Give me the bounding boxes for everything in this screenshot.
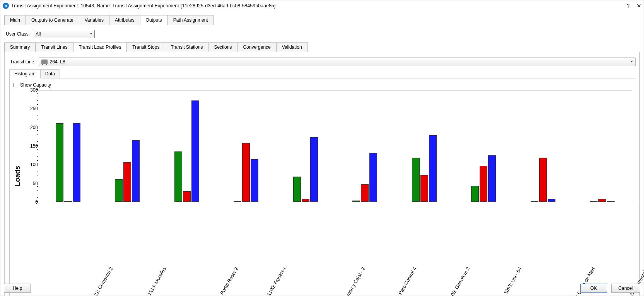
bar-alighting [598, 199, 606, 202]
y-tick-label: 200 [22, 125, 38, 130]
bar-group [115, 140, 140, 202]
bar-alighting [242, 143, 250, 202]
bar-loads [310, 137, 318, 202]
user-class-value: All [36, 31, 41, 37]
bus-icon [41, 60, 48, 64]
y-tick-label: 250 [22, 106, 38, 111]
bar-group [471, 155, 496, 202]
show-capacity-checkbox[interactable] [14, 83, 18, 87]
y-tick-label: 0 [22, 199, 38, 205]
y-tick-label: 50 [22, 181, 38, 186]
bar-loads [369, 153, 377, 202]
bar-group [174, 100, 199, 202]
bar-loads [251, 159, 258, 202]
top-tabs: MainOutputs to GenerateVariablesAttribut… [4, 15, 640, 25]
window-title: Transit Assignment Experiment: 10543, Na… [11, 3, 627, 9]
user-class-select[interactable]: All [33, 30, 95, 38]
bar-boarding [174, 151, 182, 202]
close-icon[interactable]: ✕ [637, 3, 641, 9]
footer: Help OK Cancel [4, 284, 640, 293]
y-axis: 050100150200250300 [22, 90, 38, 202]
tab-main[interactable]: Main [4, 15, 26, 25]
window-buttons: ? ✕ [627, 3, 641, 9]
bar-boarding [471, 186, 479, 202]
titlebar: n Transit Assignment Experiment: 10543, … [0, 0, 644, 11]
transit-line-label: Transit Line: [10, 59, 36, 65]
bar-alighting [361, 184, 369, 202]
cancel-button[interactable]: Cancel [611, 284, 640, 293]
y-tick-label: 150 [22, 143, 38, 149]
output-subtabs: SummaryTransit LinesTransit Load Profile… [4, 42, 640, 52]
show-capacity-label: Show Capacity [20, 82, 51, 88]
charttab-histogram[interactable]: Histogram [9, 69, 41, 78]
bar-boarding [115, 179, 123, 202]
bar-loads [132, 140, 140, 202]
transit-line-select[interactable]: 264: L8 [39, 58, 635, 66]
user-class-row: User Class: All [6, 30, 640, 38]
subtab-convergence[interactable]: Convergence [237, 42, 276, 52]
bar-loads [548, 199, 555, 202]
tab-outputs[interactable]: Outputs [140, 15, 168, 25]
charttab-data[interactable]: Data [40, 69, 60, 78]
bar-loads [429, 135, 437, 202]
bar-loads [191, 100, 199, 202]
subtab-summary[interactable]: Summary [4, 42, 36, 52]
bar-group [412, 135, 437, 202]
tab-path-assignment[interactable]: Path Assignment [167, 15, 214, 25]
bar-group [56, 123, 80, 202]
tab-attributes[interactable]: Attributes [109, 15, 140, 25]
y-tick-label: 100 [22, 162, 38, 167]
subtab-validation[interactable]: Validation [276, 42, 308, 52]
bar-alighting [420, 175, 428, 202]
bar-boarding [293, 177, 301, 202]
bar-loads [607, 201, 615, 202]
y-tick-label: 300 [22, 87, 38, 93]
subtab-transit-stops[interactable]: Transit Stops [126, 42, 165, 52]
bar-group [234, 143, 258, 202]
chart-panel: Show Capacity Loads 050100150200250300 1… [9, 78, 636, 296]
app-icon: n [3, 3, 9, 9]
bar-group [352, 153, 377, 202]
chart-subtabs: HistogramData [9, 69, 636, 78]
transit-load-panel: Transit Line: 264: L8 HistogramData Show… [4, 52, 640, 296]
subtab-transit-load-profiles[interactable]: Transit Load Profiles [73, 42, 127, 52]
plot [38, 90, 632, 202]
chart-area: Loads 050100150200250300 [14, 89, 632, 263]
bar-alighting [64, 201, 72, 202]
show-capacity-row[interactable]: Show Capacity [14, 82, 632, 88]
bar-loads [73, 123, 80, 202]
bar-group [590, 199, 615, 202]
tab-variables[interactable]: Variables [79, 15, 109, 25]
bar-alighting [480, 166, 487, 202]
bar-boarding [590, 201, 598, 202]
tab-outputs-to-generate[interactable]: Outputs to Generate [26, 15, 79, 25]
bar-boarding [412, 158, 420, 202]
bar-alighting [302, 199, 309, 202]
bar-group [531, 158, 555, 202]
subtab-transit-lines[interactable]: Transit Lines [35, 42, 73, 52]
bar-loads [488, 155, 496, 202]
help-button[interactable]: Help [4, 284, 31, 293]
bar-alighting [539, 158, 547, 202]
bar-alighting [123, 162, 131, 202]
transit-line-row: Transit Line: 264: L8 [10, 58, 635, 66]
help-icon[interactable]: ? [627, 3, 630, 9]
bar-group [293, 137, 318, 202]
bar-alighting [183, 191, 191, 202]
bar-boarding [352, 201, 360, 202]
bar-boarding [234, 201, 241, 202]
transit-line-value: 264: L8 [50, 59, 65, 65]
subtab-sections[interactable]: Sections [208, 42, 237, 52]
y-axis-label: Loads [14, 166, 22, 186]
subtab-transit-stations[interactable]: Transit Stations [165, 42, 208, 52]
user-class-label: User Class: [6, 31, 30, 37]
bar-boarding [56, 123, 63, 202]
ok-button[interactable]: OK [580, 284, 607, 293]
bar-boarding [531, 201, 538, 202]
